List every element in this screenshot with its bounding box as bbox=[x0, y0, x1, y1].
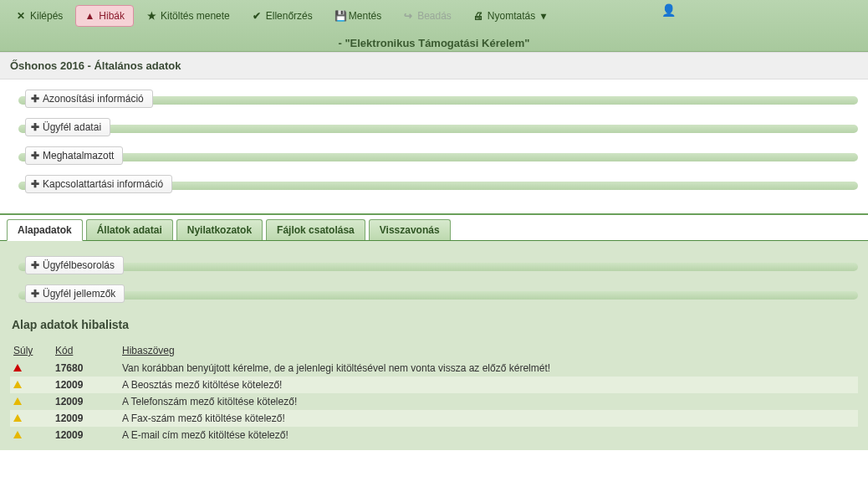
severity-cell bbox=[13, 429, 55, 441]
code-cell: 17680 bbox=[55, 362, 122, 374]
close-icon: ✕ bbox=[16, 10, 26, 22]
text-cell: A Telefonszám mező kitöltése kötelező! bbox=[122, 396, 855, 407]
error-row: 12009 A Telefonszám mező kitöltése kötel… bbox=[10, 393, 858, 410]
accordion-authorized: ✚ Meghatalmazott bbox=[10, 150, 858, 165]
accordion-contact: ✚ Kapcsolattartási információ bbox=[10, 178, 858, 193]
code-cell: 12009 bbox=[55, 379, 122, 391]
accordion-client-attributes: ✚ Ügyfél jellemzők bbox=[10, 288, 858, 303]
accordion-band bbox=[18, 125, 858, 133]
col-severity[interactable]: Súly bbox=[13, 345, 55, 356]
accordion-label: Ügyfél jellemzők bbox=[43, 288, 115, 300]
accordion-identification: ✚ Azonosítási információ bbox=[10, 93, 858, 108]
warning-icon: ▲ bbox=[84, 10, 94, 22]
code-cell: 12009 bbox=[55, 396, 122, 407]
page-title: Őshonos 2016 - Általános adatok bbox=[0, 52, 868, 79]
warning-icon bbox=[13, 431, 22, 438]
accordion-label: Kapcsolattartási információ bbox=[43, 178, 163, 190]
text-cell: A Beosztás mező kitöltése kötelező! bbox=[122, 379, 855, 391]
accordion-client-classification-toggle[interactable]: ✚ Ügyfélbesorolás bbox=[25, 256, 124, 274]
warning-icon bbox=[13, 381, 22, 388]
severity-cell bbox=[13, 412, 55, 424]
accordion-band bbox=[18, 263, 858, 271]
text-cell: Van korábban benyújtott kérelme, de a je… bbox=[122, 362, 855, 374]
error-list-header: Súly Kód Hibaszöveg bbox=[10, 341, 858, 360]
check-label: Ellenőrzés bbox=[266, 10, 313, 22]
save-button[interactable]: 💾 Mentés bbox=[325, 5, 391, 27]
error-row: 12009 A Fax-szám mező kitöltése kötelező… bbox=[10, 410, 858, 427]
app-subtitle: - "Elektronikus Támogatási Kérelem" bbox=[7, 27, 861, 49]
submit-icon: ↪ bbox=[403, 10, 413, 22]
accordion-client-classification: ✚ Ügyfélbesorolás bbox=[10, 259, 858, 274]
exit-button[interactable]: ✕ Kilépés bbox=[7, 5, 72, 27]
user-icon[interactable]: 👤 bbox=[661, 3, 676, 17]
errors-label: Hibák bbox=[99, 10, 125, 22]
tab-declarations[interactable]: Nyilatkozatok bbox=[176, 219, 263, 240]
accordion-label: Ügyfél adatai bbox=[43, 121, 101, 133]
print-icon: 🖨 bbox=[473, 10, 483, 22]
errors-button[interactable]: ▲ Hibák bbox=[75, 5, 134, 27]
save-icon: 💾 bbox=[334, 10, 345, 22]
tab-basic-data[interactable]: Alapadatok bbox=[7, 219, 83, 241]
fill-guide-label: Kitöltés menete bbox=[161, 10, 230, 22]
code-cell: 12009 bbox=[55, 412, 122, 424]
accordion-client-attributes-toggle[interactable]: ✚ Ügyfél jellemzők bbox=[25, 284, 125, 303]
error-list-title: Alap adatok hibalista bbox=[12, 318, 858, 331]
col-text[interactable]: Hibaszöveg bbox=[122, 345, 855, 356]
severity-cell bbox=[13, 362, 55, 374]
tab-withdrawal[interactable]: Visszavonás bbox=[369, 219, 451, 240]
accordion-contact-toggle[interactable]: ✚ Kapcsolattartási információ bbox=[25, 175, 172, 193]
accordion-client-data: ✚ Ügyfél adatai bbox=[10, 121, 858, 136]
col-code[interactable]: Kód bbox=[55, 345, 122, 356]
plus-icon: ✚ bbox=[31, 178, 39, 190]
fill-guide-button[interactable]: ★ Kitöltés menete bbox=[137, 5, 239, 27]
print-label: Nyomtatás bbox=[488, 10, 535, 22]
error-row: 17680 Van korábban benyújtott kérelme, d… bbox=[10, 360, 858, 377]
warning-icon bbox=[13, 397, 22, 405]
accordion-identification-toggle[interactable]: ✚ Azonosítási információ bbox=[25, 90, 153, 108]
text-cell: A Fax-szám mező kitöltése kötelező! bbox=[122, 412, 855, 424]
tab-body-basic-data: ✚ Ügyfélbesorolás ✚ Ügyfél jellemzők Ala… bbox=[0, 241, 868, 450]
tab-bar: Alapadatok Állatok adatai Nyilatkozatok … bbox=[0, 213, 868, 241]
plus-icon: ✚ bbox=[31, 150, 39, 161]
severity-cell bbox=[13, 379, 55, 391]
star-icon: ★ bbox=[146, 10, 156, 22]
accordion-authorized-toggle[interactable]: ✚ Meghatalmazott bbox=[25, 146, 123, 165]
warning-icon bbox=[13, 414, 22, 422]
submit-button[interactable]: ↪ Beadás bbox=[394, 5, 461, 27]
check-icon: ✔ bbox=[252, 10, 262, 22]
accordion-label: Azonosítási információ bbox=[43, 93, 144, 105]
plus-icon: ✚ bbox=[31, 93, 39, 105]
error-icon bbox=[13, 364, 22, 371]
check-button[interactable]: ✔ Ellenőrzés bbox=[243, 5, 322, 27]
severity-cell bbox=[13, 396, 55, 407]
save-label: Mentés bbox=[349, 10, 381, 22]
accordion-band bbox=[18, 291, 858, 300]
code-cell: 12009 bbox=[55, 429, 122, 441]
plus-icon: ✚ bbox=[31, 288, 39, 300]
top-accordion-zone: ✚ Azonosítási információ ✚ Ügyfél adatai… bbox=[0, 79, 868, 213]
top-toolbar: ✕ Kilépés ▲ Hibák ★ Kitöltés menete ✔ El… bbox=[0, 0, 868, 52]
submit-label: Beadás bbox=[417, 10, 452, 22]
chevron-down-icon: ▾ bbox=[539, 10, 549, 22]
tab-attachments[interactable]: Fájlok csatolása bbox=[266, 219, 365, 240]
plus-icon: ✚ bbox=[31, 121, 39, 133]
text-cell: A E-mail cím mező kitöltése kötelező! bbox=[122, 429, 855, 441]
error-row: 12009 A Beosztás mező kitöltése kötelező… bbox=[10, 377, 858, 393]
accordion-client-data-toggle[interactable]: ✚ Ügyfél adatai bbox=[25, 118, 110, 136]
exit-label: Kilépés bbox=[30, 10, 63, 22]
error-row: 12009 A E-mail cím mező kitöltése kötele… bbox=[10, 427, 858, 443]
accordion-band bbox=[18, 153, 858, 161]
tab-animal-data[interactable]: Állatok adatai bbox=[86, 219, 173, 240]
accordion-label: Ügyfélbesorolás bbox=[43, 259, 115, 271]
print-button[interactable]: 🖨 Nyomtatás ▾ bbox=[464, 5, 558, 27]
accordion-label: Meghatalmazott bbox=[43, 150, 114, 161]
plus-icon: ✚ bbox=[31, 259, 39, 271]
